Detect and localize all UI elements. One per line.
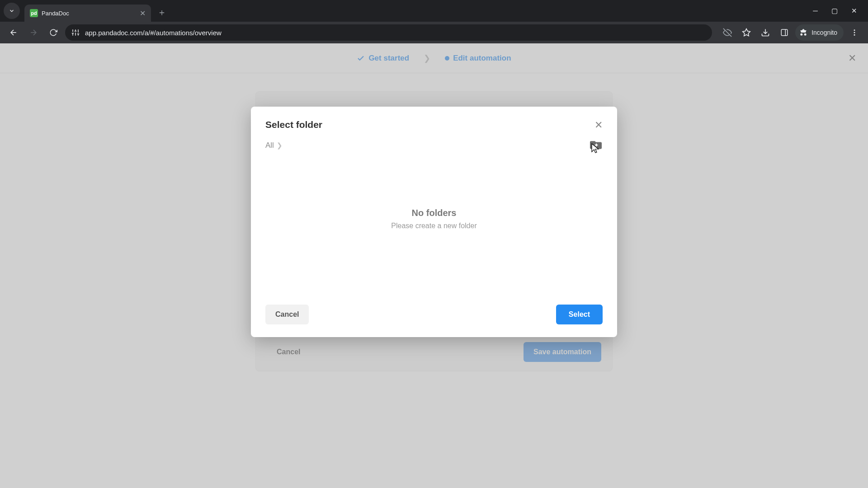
modal-select-button[interactable]: Select	[556, 305, 603, 324]
sidepanel-button[interactable]	[776, 24, 793, 41]
chevron-down-icon	[9, 8, 15, 14]
reload-icon	[49, 28, 57, 37]
empty-state-title: No folders	[412, 208, 457, 218]
maximize-button[interactable]: ▢	[831, 7, 838, 15]
panel-icon	[780, 28, 788, 37]
forward-button[interactable]	[25, 24, 42, 41]
window-controls: ─ ▢ ✕	[813, 7, 864, 15]
download-icon	[761, 28, 770, 37]
tab-close-icon[interactable]: ✕	[140, 9, 146, 18]
breadcrumb[interactable]: All ❯	[265, 141, 283, 150]
folder-plus-icon	[590, 140, 602, 150]
modal-overlay: Select folder ✕ All ❯ No folders Please …	[0, 43, 868, 488]
modal-close-button[interactable]: ✕	[594, 119, 603, 131]
downloads-button[interactable]	[757, 24, 774, 41]
arrow-left-icon	[9, 28, 18, 37]
arrow-right-icon	[29, 28, 38, 37]
chevron-right-icon: ❯	[277, 141, 283, 150]
svg-point-16	[854, 29, 855, 31]
window-close-button[interactable]: ✕	[851, 7, 857, 15]
site-settings-icon[interactable]	[71, 28, 80, 37]
browser-titlebar: pd PandaDoc ✕ ＋ ─ ▢ ✕	[0, 0, 868, 22]
page-viewport: Get started ❯ Edit automation ✕ Cancel S…	[0, 43, 868, 488]
dots-vertical-icon	[850, 28, 859, 37]
empty-state-subtitle: Please create a new folder	[391, 222, 476, 230]
bookmark-button[interactable]	[738, 24, 755, 41]
new-tab-button[interactable]: ＋	[157, 6, 166, 19]
new-folder-button[interactable]	[590, 140, 603, 151]
breadcrumb-root: All	[265, 141, 274, 150]
menu-button[interactable]	[846, 24, 863, 41]
tab-search-button[interactable]	[4, 3, 20, 19]
svg-rect-14	[781, 29, 788, 36]
svg-point-18	[854, 34, 855, 36]
url-text: app.pandadoc.com/a/#/automations/overvie…	[85, 29, 222, 37]
svg-rect-20	[596, 144, 597, 147]
incognito-badge[interactable]: Incognito	[795, 24, 844, 41]
incognito-label: Incognito	[811, 29, 837, 36]
minimize-button[interactable]: ─	[813, 7, 818, 15]
eye-off-icon[interactable]	[719, 24, 736, 41]
address-bar[interactable]: app.pandadoc.com/a/#/automations/overvie…	[65, 24, 712, 41]
modal-cancel-button[interactable]: Cancel	[265, 305, 309, 324]
svg-marker-12	[743, 29, 750, 36]
browser-toolbar: app.pandadoc.com/a/#/automations/overvie…	[0, 22, 868, 43]
reload-button[interactable]	[45, 24, 61, 41]
svg-point-17	[854, 32, 855, 33]
tab-title: PandaDoc	[42, 10, 136, 17]
incognito-icon	[799, 28, 808, 37]
modal-title: Select folder	[265, 119, 322, 130]
favicon-icon: pd	[30, 9, 38, 17]
star-icon	[742, 28, 751, 37]
back-button[interactable]	[5, 24, 22, 41]
modal-body: No folders Please create a new folder	[251, 151, 617, 296]
select-folder-modal: Select folder ✕ All ❯ No folders Please …	[251, 107, 617, 337]
browser-tab[interactable]: pd PandaDoc ✕	[24, 5, 151, 22]
